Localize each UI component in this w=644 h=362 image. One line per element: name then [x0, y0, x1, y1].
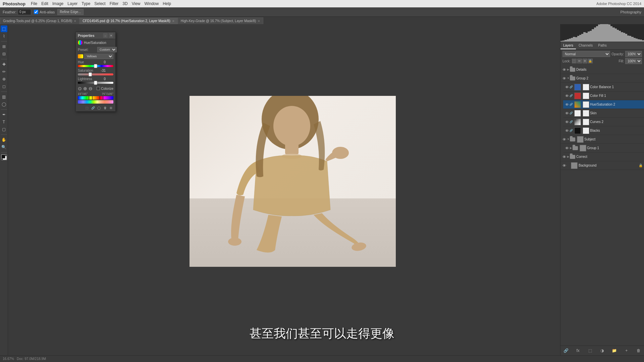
- layer-vis-color-balance-1[interactable]: 👁: [565, 85, 569, 89]
- tool-gradient[interactable]: ▥: [1, 94, 7, 100]
- tool-dodge[interactable]: ◯: [1, 101, 7, 108]
- tool-lasso[interactable]: ⌇: [1, 33, 7, 40]
- lightness-slider-thumb[interactable]: [94, 81, 97, 85]
- tab-2-close[interactable]: ✕: [258, 19, 260, 23]
- layers-new-button[interactable]: +: [623, 347, 630, 354]
- tool-zoom[interactable]: 🔍: [1, 144, 7, 150]
- layers-mask-button[interactable]: ⬚: [587, 347, 593, 354]
- menu-file[interactable]: File: [31, 1, 37, 6]
- menu-help[interactable]: Help: [163, 1, 171, 6]
- layer-vis-group1[interactable]: 👁: [565, 146, 569, 150]
- blend-mode-select[interactable]: Normal: [562, 51, 610, 57]
- layer-vis-skin[interactable]: 👁: [565, 111, 569, 116]
- menu-filter[interactable]: Filter: [110, 1, 119, 6]
- layer-item-group2[interactable]: 👁 ▼ Group 2: [560, 74, 644, 83]
- tab-1[interactable]: CFD14545.psd @ 16.7% (Hue/Saturation 2, …: [79, 17, 177, 24]
- panel-add-icon[interactable]: ⊞: [109, 106, 113, 110]
- layers-link-button[interactable]: 🔗: [562, 347, 569, 354]
- tool-pen[interactable]: ✒: [1, 111, 7, 118]
- anti-alias-checkbox[interactable]: [34, 10, 38, 14]
- lock-transparent[interactable]: ⬚: [572, 59, 577, 63]
- refine-edge-button[interactable]: Refine Edge...: [57, 9, 83, 15]
- panel-view-icon[interactable]: ◯: [97, 106, 101, 110]
- tool-eyedropper[interactable]: ⊟: [1, 51, 7, 57]
- channel-select[interactable]: Yellows Reds Greens Cyans Blues Magentas: [84, 54, 113, 59]
- colorize-checkbox[interactable]: [97, 87, 100, 90]
- tool-hand[interactable]: ✋: [1, 136, 7, 143]
- tool-selection[interactable]: ⬚: [1, 25, 7, 32]
- menu-layer[interactable]: Layer: [67, 1, 77, 6]
- layers-folder-button[interactable]: 📁: [611, 347, 618, 354]
- opacity-select[interactable]: 100%: [625, 51, 642, 57]
- tool-brush[interactable]: ✏: [1, 68, 7, 75]
- layer-item-curves2[interactable]: 👁 🔗 Curves 2: [563, 118, 644, 126]
- layer-vis-background[interactable]: 👁: [562, 163, 567, 168]
- preset-select[interactable]: Custom: [97, 47, 117, 52]
- properties-minimize[interactable]: –: [103, 33, 108, 38]
- menu-3d[interactable]: 3D: [122, 1, 127, 6]
- layer-expand-group2[interactable]: ▼: [567, 77, 570, 80]
- tab-1-close[interactable]: ✕: [172, 19, 175, 23]
- layers-delete-button[interactable]: 🗑: [635, 347, 642, 354]
- tab-2[interactable]: High-Key-Grade @ 16.7% (Subject, Layer M…: [178, 17, 264, 24]
- eyedropper-minus-btn[interactable]: ⊖: [89, 86, 93, 91]
- layer-vis-group2[interactable]: 👁: [562, 76, 567, 81]
- eyedropper-plus-btn[interactable]: ⊕: [83, 86, 87, 91]
- layer-item-background[interactable]: 👁 Background 🔒: [560, 161, 644, 170]
- layer-vis-subject[interactable]: 👁: [562, 137, 567, 142]
- tool-shape[interactable]: ▢: [1, 126, 7, 133]
- lock-position[interactable]: ✛: [583, 59, 587, 63]
- layer-vis-hue-sat-2[interactable]: 👁: [565, 102, 569, 107]
- layer-expand-details[interactable]: ▶: [567, 68, 570, 71]
- properties-close[interactable]: ✕: [109, 33, 113, 38]
- layer-item-blacks[interactable]: 👁 🔗 Blacks: [563, 126, 644, 135]
- saturation-slider-track[interactable]: [78, 73, 113, 75]
- menu-window[interactable]: Window: [145, 1, 159, 6]
- panel-mask-icon[interactable]: ⬚: [85, 106, 89, 110]
- layer-item-hue-sat-2[interactable]: 👁 🔗 Hue/Saturation 2: [563, 100, 644, 109]
- hue-slider-track[interactable]: [78, 65, 113, 67]
- tool-text[interactable]: T: [1, 119, 7, 125]
- tool-eraser[interactable]: ◻: [1, 83, 7, 90]
- layers-adjustment-button[interactable]: ◑: [599, 347, 605, 354]
- foreground-color[interactable]: [1, 154, 7, 160]
- fill-select[interactable]: 100%: [625, 58, 642, 64]
- menu-image[interactable]: Image: [52, 1, 63, 6]
- menu-edit[interactable]: Edit: [41, 1, 48, 6]
- hue-slider-thumb[interactable]: [94, 64, 97, 68]
- layers-tab-paths[interactable]: Paths: [595, 42, 609, 49]
- layer-item-correct[interactable]: 👁 ▶ Correct: [560, 153, 644, 161]
- layer-item-details[interactable]: 👁 ▶ Details: [560, 65, 644, 74]
- panel-link-icon[interactable]: 🔗: [91, 106, 95, 110]
- tab-0[interactable]: Grading-Tools.psd @ 6.25% (Group 1, RGB/…: [0, 17, 79, 24]
- saturation-slider-thumb[interactable]: [89, 72, 92, 76]
- layer-item-color-fill-1[interactable]: 👁 🔗 Color Fill 1: [563, 92, 644, 100]
- layers-fx-button[interactable]: fx: [575, 347, 581, 354]
- layer-item-subject[interactable]: 👁 ▼ Subject: [560, 135, 644, 144]
- menu-select[interactable]: Select: [94, 1, 105, 6]
- layers-tab-layers[interactable]: Layers: [560, 42, 576, 49]
- tool-crop[interactable]: ⊞: [1, 43, 7, 50]
- layer-vis-curves2[interactable]: 👁: [565, 120, 569, 124]
- lock-all[interactable]: 🔒: [588, 59, 593, 63]
- panel-delete-icon[interactable]: 🗑: [103, 106, 107, 110]
- menu-type[interactable]: Type: [82, 1, 90, 6]
- layer-vis-blacks[interactable]: 👁: [565, 128, 569, 133]
- layer-vis-details[interactable]: 👁: [562, 67, 567, 72]
- layer-expand-correct[interactable]: ▶: [567, 155, 570, 159]
- layers-tab-channels[interactable]: Channels: [576, 42, 595, 49]
- layer-item-skin[interactable]: 👁 🔗 Skin: [563, 109, 644, 118]
- layer-vis-correct[interactable]: 👁: [562, 155, 567, 159]
- layer-item-color-balance-1[interactable]: 👁 🔗 Color Balance 1: [563, 83, 644, 92]
- eyedropper-btn[interactable]: ⊙: [78, 86, 82, 91]
- tab-0-close[interactable]: ✕: [74, 19, 76, 23]
- layer-vis-color-fill-1[interactable]: 👁: [565, 94, 569, 98]
- tool-heal[interactable]: ✚: [1, 61, 7, 68]
- layer-expand-group1[interactable]: ▶: [569, 146, 573, 150]
- layer-expand-subject[interactable]: ▼: [567, 138, 570, 141]
- menu-view[interactable]: View: [132, 1, 141, 6]
- layer-item-group1[interactable]: 👁 ▶ Group 1: [563, 144, 644, 153]
- lock-image[interactable]: ✏: [577, 59, 582, 63]
- lightness-slider-track[interactable]: [78, 82, 113, 84]
- tool-clone[interactable]: ⊕: [1, 76, 7, 82]
